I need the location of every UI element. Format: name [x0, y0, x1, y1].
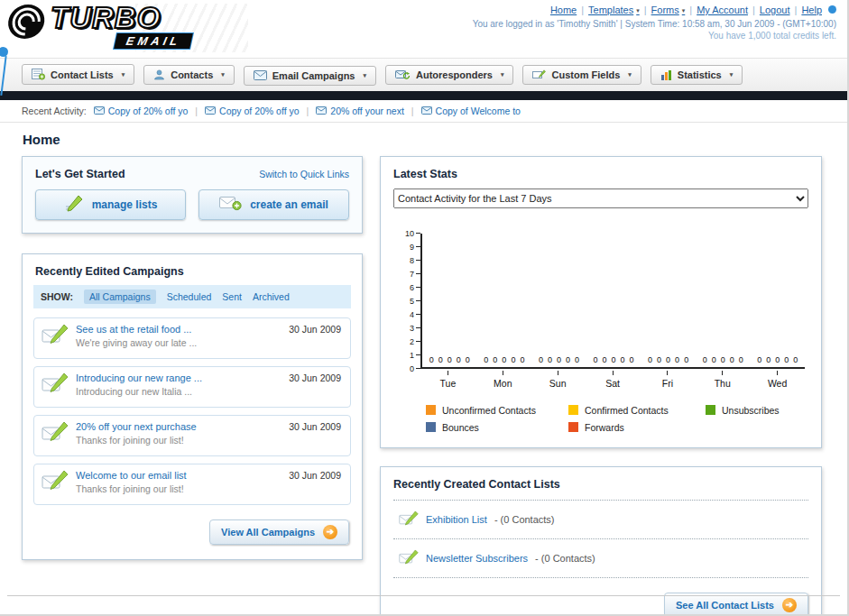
latest-stats-panel: Latest Stats Contact Activity for the La…: [380, 156, 822, 448]
chevron-down-icon: ▾: [636, 7, 640, 14]
manage-lists-label: manage lists: [92, 198, 158, 211]
contact-list-link[interactable]: Newsletter Subscribers: [426, 553, 528, 564]
x-axis-label: Fri: [640, 371, 695, 389]
campaign-filter-scheduled[interactable]: Scheduled: [167, 291, 212, 302]
campaigns-footer: View All Campaigns ➔: [23, 512, 362, 552]
bar-value-label: 0: [612, 355, 616, 364]
x-axis-label: Sat: [586, 371, 641, 389]
bar-value-label: 0: [703, 355, 707, 364]
autoresponders-icon: [395, 69, 411, 80]
logo-text: TURBO EMAIL: [51, 3, 191, 49]
contact-list-link[interactable]: Exhibition List: [426, 514, 487, 525]
custom-fields-icon: [532, 69, 546, 80]
bar-value-label: 0: [466, 355, 470, 364]
decoration-dot: [828, 5, 836, 14]
pencil-icon: [64, 194, 84, 215]
y-axis-tick: 7: [410, 270, 420, 279]
tab-contact-lists[interactable]: Contact Lists▾: [22, 64, 134, 85]
bar-value-label: 0: [502, 355, 506, 364]
stats-period-select[interactable]: Contact Activity for the Last 7 Days: [393, 188, 808, 208]
bar-value-label: 0: [775, 355, 780, 364]
campaign-row[interactable]: See us at the retail food ...We're givin…: [33, 317, 351, 359]
top-nav-help[interactable]: Help: [801, 5, 822, 15]
envelope-icon: [94, 106, 105, 116]
campaign-title-link[interactable]: Introducing our new range ...: [76, 372, 202, 383]
bar-value-label: 0: [793, 355, 798, 364]
campaign-row[interactable]: Welcome to our email listThanks for join…: [33, 464, 351, 505]
bar-value-group: 00000: [422, 355, 477, 364]
campaign-subtitle: We're giving away our late ...: [76, 337, 197, 348]
campaign-title-link[interactable]: See us at the retail food ...: [76, 324, 197, 335]
tab-autoresponders[interactable]: Autoresponders▾: [385, 65, 513, 85]
login-info: You are logged in as 'Timothy Smith' | S…: [473, 19, 836, 29]
campaign-text: Introducing our new range ...Introducing…: [76, 372, 202, 397]
contact-list-row[interactable]: Exhibition List- (0 Contacts): [393, 504, 808, 535]
top-nav-forms[interactable]: Forms▾: [651, 5, 686, 15]
campaign-filter-tabs: All CampaignsScheduledSentArchived: [84, 290, 290, 304]
bar-value-label: 0: [603, 355, 607, 364]
recent-activity-link[interactable]: Copy of 20% off yo: [108, 106, 189, 116]
legend-swatch: [706, 405, 715, 415]
top-nav-logout[interactable]: Logout: [760, 5, 790, 15]
page-title: Home: [23, 132, 847, 147]
view-all-campaigns-button[interactable]: View All Campaigns ➔: [209, 519, 349, 545]
contacts-icon: [153, 69, 165, 80]
campaign-filter-all-campaigns[interactable]: All Campaigns: [84, 290, 156, 304]
top-nav: Home|Templates▾|Forms▾|My Account|Logout…: [473, 5, 836, 15]
bar-value-label: 0: [630, 355, 634, 364]
tab-custom-fields[interactable]: Custom Fields▾: [522, 65, 641, 85]
campaign-row[interactable]: Introducing our new range ...Introducing…: [33, 366, 351, 408]
campaigns-title: Recently Edited Campaigns: [23, 254, 362, 285]
contact-lists-icon: [32, 69, 45, 80]
tab-email-campaigns[interactable]: Email Campaigns▾: [244, 66, 376, 86]
get-started-panel: Let's Get Started Switch to Quick Links …: [22, 156, 363, 234]
recent-activity-bar: Recent Activity: Copy of 20% off yo|Copy…: [0, 100, 847, 123]
bar-value-group: 00000: [586, 355, 641, 364]
contact-list-row[interactable]: Newsletter Subscribers- (0 Contacts): [393, 543, 808, 574]
legend-item: Bounces: [426, 422, 568, 433]
recent-activity-link[interactable]: Copy of Welcome to: [436, 106, 521, 116]
campaign-date: 30 Jun 2009: [289, 372, 341, 383]
recent-activity-link[interactable]: 20% off your next: [330, 106, 404, 116]
campaign-title-link[interactable]: Welcome to our email list: [76, 470, 187, 481]
logo-swirl-icon: [5, 3, 51, 44]
legend-item: Confirmed Contacts: [568, 405, 706, 416]
chart-x-axis: TueMonSunSatFriThuWed: [420, 369, 805, 389]
show-label: SHOW:: [41, 291, 73, 302]
manage-lists-button[interactable]: manage lists: [35, 189, 186, 220]
y-axis-tick: 4: [410, 310, 420, 319]
switch-quick-links-link[interactable]: Switch to Quick Links: [259, 169, 349, 179]
top-nav-my-account[interactable]: My Account: [697, 5, 748, 15]
page: TURBO EMAIL Home|Templates▾|Forms▾|My Ac…: [0, 0, 849, 616]
chart-y-axis: 109876543210: [399, 234, 420, 369]
campaign-row[interactable]: 20% off your next purchaseThanks for joi…: [33, 415, 351, 456]
chevron-down-icon: ▾: [363, 72, 366, 79]
chart-plot-area: 00000000000000000000000000000000000: [420, 234, 805, 369]
tab-contacts[interactable]: Contacts▾: [143, 65, 235, 85]
envelope-icon: [205, 106, 216, 116]
campaign-title-link[interactable]: 20% off your next purchase: [76, 421, 197, 432]
campaign-date: 30 Jun 2009: [289, 421, 341, 432]
tab-statistics[interactable]: Statistics▾: [651, 65, 743, 85]
y-axis-tick: 1: [410, 351, 420, 360]
bar-value-label: 0: [730, 355, 734, 364]
bar-value-label: 0: [511, 355, 515, 364]
view-all-campaigns-label: View All Campaigns: [221, 527, 315, 538]
get-started-buttons: manage lists create an email: [23, 186, 362, 233]
campaign-text: Welcome to our email listThanks for join…: [76, 470, 187, 494]
x-axis-label: Mon: [475, 371, 531, 389]
top-nav-templates[interactable]: Templates▾: [588, 5, 640, 15]
bar-value-label: 0: [493, 355, 497, 364]
chevron-down-icon: ▾: [221, 71, 225, 78]
campaigns-panel: Recently Edited Campaigns SHOW: All Camp…: [22, 253, 363, 560]
top-nav-home[interactable]: Home: [550, 5, 577, 15]
bar-value-label: 0: [548, 355, 552, 364]
chart-value-labels: 00000000000000000000000000000000000: [422, 355, 805, 364]
chart-legend: Unconfirmed ContactsConfirmed ContactsUn…: [426, 405, 808, 433]
campaign-filter-archived[interactable]: Archived: [253, 291, 290, 302]
create-email-button[interactable]: create an email: [198, 189, 349, 220]
bar-value-label: 0: [484, 355, 488, 364]
recent-activity-link[interactable]: Copy of 20% off yo: [219, 106, 300, 116]
legend-item: Unconfirmed Contacts: [426, 405, 568, 416]
campaign-filter-sent[interactable]: Sent: [222, 291, 242, 302]
